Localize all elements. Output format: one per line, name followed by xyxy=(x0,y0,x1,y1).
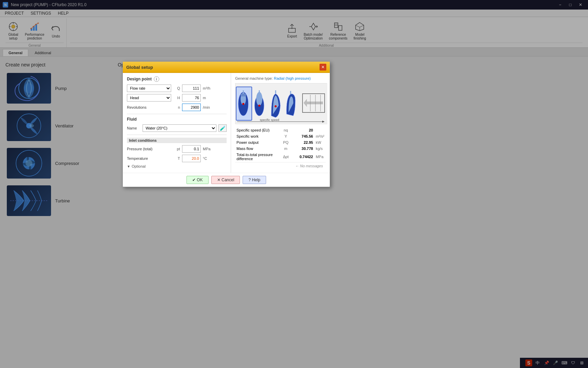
q-symbol: Q xyxy=(173,86,180,90)
dialog-left-panel: Design point i Flow rate Q m³/h Head xyxy=(123,73,231,173)
h-unit: m xyxy=(203,96,215,100)
result-specific-speed: Specific speed (EU) nq 20 xyxy=(236,127,325,133)
help-button[interactable]: ? Help xyxy=(243,176,266,184)
global-setup-dialog: Global setup ✕ Design point i Flow rate … xyxy=(122,61,330,187)
result-power-output: Power output PQ 22.95 kW xyxy=(236,140,325,145)
fluid-name-select[interactable]: Water (20°C) xyxy=(143,124,216,132)
optional-toggle[interactable]: ▼ Optional xyxy=(127,164,227,168)
result-symbol-4: Δpt xyxy=(281,152,291,162)
result-mass-flow: Mass flow m 30.778 kg/s xyxy=(236,146,325,151)
revolutions-row: Revolutions n /min xyxy=(127,104,227,111)
pt-unit: MPa xyxy=(203,147,215,151)
results-table: Specific speed (EU) nq 20 Specific work … xyxy=(235,127,326,162)
n-symbol: n xyxy=(173,105,180,109)
result-label-4: Total-to-total pressure difference xyxy=(236,152,280,162)
h-symbol: H xyxy=(173,96,180,100)
result-label-2: Power output xyxy=(236,140,280,145)
n-unit: /min xyxy=(203,105,215,109)
cancel-button[interactable]: ✕ Cancel xyxy=(211,176,240,184)
n-value-input[interactable] xyxy=(182,104,201,111)
svg-point-39 xyxy=(256,92,262,106)
result-value-0: 20 xyxy=(292,127,314,133)
inlet-conditions-label: Inlet conditions xyxy=(127,138,227,143)
t-symbol: T xyxy=(173,156,180,160)
fluid-name-label: Name xyxy=(127,126,141,130)
t-unit: °C xyxy=(203,156,215,160)
result-value-3: 30.778 xyxy=(292,146,314,151)
dialog-right-panel: General machine type: Radial (high press… xyxy=(231,73,330,173)
optional-section: ▼ Optional xyxy=(127,164,227,168)
svg-text:specific speed: specific speed xyxy=(260,118,279,122)
pt-value-input[interactable] xyxy=(182,145,201,153)
result-label-3: Mass flow xyxy=(236,146,280,151)
q-unit: m³/h xyxy=(203,86,215,90)
ok-button[interactable]: ✔ OK xyxy=(186,176,209,184)
dialog-body: Design point i Flow rate Q m³/h Head xyxy=(123,73,330,173)
optional-label: Optional xyxy=(132,164,146,168)
head-select[interactable]: Head xyxy=(127,94,171,102)
result-label-1: Specific work xyxy=(236,134,280,139)
pressure-label: Pressure (total) xyxy=(127,147,171,151)
temperature-row: Temperature T °C xyxy=(127,155,227,162)
head-row: Head H m xyxy=(127,94,227,102)
result-symbol-2: PQ xyxy=(281,140,291,145)
result-unit-4: MPa xyxy=(314,152,325,162)
machine-type-value: Radial (high pressure) xyxy=(274,76,311,80)
t-value-input[interactable] xyxy=(182,155,201,162)
result-symbol-0: nq xyxy=(281,127,291,133)
result-value-4: 0.74422 xyxy=(292,152,314,162)
dialog-title: Global setup xyxy=(126,65,153,70)
fluid-section: Fluid Name Water (20°C) 🧪 xyxy=(127,117,227,132)
machine-type-row: General machine type: Radial (high press… xyxy=(235,76,326,80)
result-specific-work: Specific work Y 745.56 m²/s² xyxy=(236,134,325,139)
pt-symbol: pt xyxy=(173,147,180,151)
inlet-conditions-section: Inlet conditions Pressure (total) pt MPa… xyxy=(127,138,227,162)
result-pressure-diff: Total-to-total pressure difference Δpt 0… xyxy=(236,152,325,162)
flow-rate-row: Flow rate Q m³/h xyxy=(127,85,227,92)
svg-point-37 xyxy=(242,103,244,105)
result-symbol-3: m xyxy=(281,146,291,151)
temperature-label: Temperature xyxy=(127,156,171,160)
design-point-label: Design point xyxy=(127,77,152,81)
result-label-0: Specific speed (EU) xyxy=(236,127,280,133)
result-value-1: 745.56 xyxy=(292,134,314,139)
fluid-label: Fluid xyxy=(127,117,227,122)
info-icon[interactable]: i xyxy=(154,76,159,82)
svg-rect-35 xyxy=(241,94,246,96)
fluid-name-row: Name Water (20°C) 🧪 xyxy=(127,124,227,132)
result-value-2: 22.95 xyxy=(292,140,314,145)
result-unit-3: kg/s xyxy=(314,146,325,151)
machine-type-label: General machine type: xyxy=(235,76,273,80)
svg-point-43 xyxy=(275,105,277,107)
flask-button[interactable]: 🧪 xyxy=(218,124,227,132)
svg-point-41 xyxy=(258,105,260,107)
result-symbol-1: Y xyxy=(281,134,291,139)
result-unit-1: m²/s² xyxy=(314,134,325,139)
h-value-input[interactable] xyxy=(182,94,201,102)
dialog-footer: ✔ OK ✕ Cancel ? Help xyxy=(123,173,330,187)
pressure-row: Pressure (total) pt MPa xyxy=(127,145,227,153)
flow-rate-select[interactable]: Flow rate xyxy=(127,85,171,92)
result-unit-0 xyxy=(314,127,325,133)
dialog-header: Global setup ✕ xyxy=(123,62,330,73)
q-value-input[interactable] xyxy=(182,85,201,92)
dialog-close-button[interactable]: ✕ xyxy=(320,64,326,71)
messages-bar: ← No messages xyxy=(235,162,326,169)
design-point-section: Design point i xyxy=(127,76,227,82)
revolutions-label: Revolutions xyxy=(127,105,171,109)
result-unit-2: kW xyxy=(314,140,325,145)
modal-overlay: Global setup ✕ Design point i Flow rate … xyxy=(0,0,588,368)
speed-diagram: specific speed xyxy=(235,83,327,124)
